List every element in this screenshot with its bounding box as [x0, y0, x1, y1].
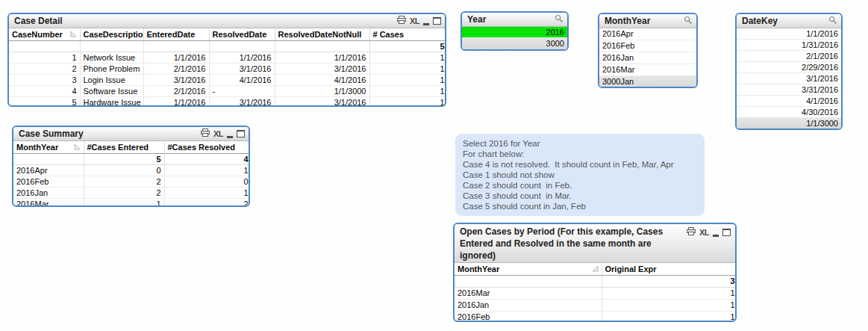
total-cases: 5 — [369, 41, 446, 52]
case-summary-title: Case Summary — [19, 129, 84, 139]
column-header-casedescription[interactable]: CaseDescription — [80, 28, 143, 41]
open-cases-caption[interactable]: Open Cases by Period (For this example, … — [455, 224, 735, 263]
sort-icon — [74, 143, 81, 152]
qlikview-sheet: Case Detail XL CaseNumber CaseDescriptio… — [0, 0, 868, 331]
totals-row: 5 4 — [13, 154, 250, 165]
maximize-icon[interactable] — [722, 229, 731, 236]
total-open-cases: 3 — [602, 276, 737, 288]
note-line: Case 5 should count in Jan, Feb — [463, 201, 697, 211]
list-item-excluded[interactable]: 3000 — [462, 38, 567, 49]
search-icon[interactable] — [684, 16, 693, 27]
column-header-resolveddate[interactable]: ResolvedDate — [209, 28, 275, 41]
case-detail-table: CaseNumber CaseDescription EnteredDate R… — [9, 28, 446, 107]
list-item[interactable]: 4/1/2016 — [737, 96, 841, 107]
table-row: 2016Apr 0 1 — [13, 165, 250, 176]
list-item[interactable]: 3/1/2016 — [737, 73, 841, 84]
totals-row: 5 — [9, 41, 446, 52]
open-cases-title: Open Cases by Period (For this example, … — [460, 226, 675, 262]
case-summary-table: MonthYear #Cases Entered #Cases Resolved… — [13, 141, 250, 207]
table-row: 2016Mar 1 — [455, 288, 737, 300]
list-item[interactable]: 1/31/2016 — [737, 40, 841, 51]
maximize-icon[interactable] — [433, 17, 441, 25]
sort-icon — [70, 30, 77, 39]
year-listbox: Year 2016 3000 — [460, 11, 569, 51]
table-row: 5 Hardware Issue 1/1/2016 3/1/2016 3/1/2… — [9, 97, 446, 108]
datekey-title: DateKey — [742, 16, 778, 26]
case-detail-caption[interactable]: Case Detail XL — [9, 14, 445, 28]
open-cases-window: Open Cases by Period (For this example, … — [453, 223, 737, 322]
case-summary-window: Case Summary XL MonthYear #Cases Entered… — [12, 126, 250, 207]
table-row: 3 Login Issue 3/1/2016 4/1/2016 4/1/2016… — [9, 75, 446, 86]
monthyear-listbox: MonthYear 2016Apr 2016Feb 2016Jan 2016Ma… — [598, 13, 698, 88]
minimize-icon[interactable] — [423, 23, 429, 25]
column-header-cases-resolved[interactable]: #Cases Resolved — [164, 141, 250, 154]
datekey-listbox: DateKey 1/1/2016 1/31/2016 2/1/2016 2/29… — [735, 13, 843, 130]
column-header-resolveddatenotnull[interactable]: ResolvedDateNotNull — [275, 28, 369, 41]
minimize-icon[interactable] — [227, 136, 233, 138]
list-item[interactable]: 2/1/2016 — [737, 51, 841, 62]
column-header-cases[interactable]: # Cases — [369, 28, 446, 41]
print-icon[interactable] — [397, 16, 406, 26]
monthyear-caption[interactable]: MonthYear — [599, 14, 696, 28]
table-row: 2016Jan 1 — [455, 300, 737, 312]
maximize-icon[interactable] — [237, 130, 245, 137]
case-detail-title: Case Detail — [14, 16, 63, 26]
table-row: 2 Phone Problem 2/1/2016 3/1/2016 3/1/20… — [9, 64, 446, 75]
search-icon[interactable] — [555, 14, 563, 25]
table-row: 2016Mar 1 2 — [13, 199, 250, 208]
list-item[interactable]: 1/1/2016 — [737, 28, 841, 40]
sort-icon — [592, 265, 599, 273]
print-icon[interactable] — [201, 129, 210, 139]
monthyear-title: MonthYear — [605, 16, 650, 26]
case-detail-window: Case Detail XL CaseNumber CaseDescriptio… — [7, 13, 446, 107]
minimize-icon[interactable] — [713, 235, 719, 237]
column-header-entereddate[interactable]: EnteredDate — [143, 28, 209, 41]
excel-export-icon[interactable]: XL — [213, 130, 223, 137]
table-row: 2016Jan 2 1 — [13, 188, 250, 199]
table-row: 2016Feb 2 0 — [13, 176, 250, 188]
column-header-monthyear[interactable]: MonthYear — [13, 141, 84, 154]
column-header-casenumber[interactable]: CaseNumber — [9, 28, 80, 41]
datekey-caption[interactable]: DateKey — [737, 14, 841, 28]
totals-row: 3 — [455, 276, 737, 288]
table-row: 2016Feb 1 — [455, 312, 737, 323]
note-line: For chart below: — [463, 149, 697, 159]
list-item[interactable]: 2016Jan — [599, 52, 696, 64]
open-cases-table: MonthYear Original Expr 3 2016Mar 1 2016… — [455, 263, 737, 322]
instructions-note: Select 2016 for Year For chart below: Ca… — [455, 134, 705, 216]
column-header-cases-entered[interactable]: #Cases Entered — [84, 141, 164, 154]
note-line: Case 4 is not resolved. It should count … — [463, 159, 697, 170]
total-entered: 5 — [84, 154, 164, 165]
list-item[interactable]: 2016Mar — [599, 64, 696, 76]
column-header-monthyear[interactable]: MonthYear — [455, 263, 602, 276]
total-resolved: 4 — [164, 154, 250, 165]
print-icon[interactable] — [687, 227, 696, 238]
year-caption[interactable]: Year — [462, 13, 567, 27]
table-row: 4 Software Issue 2/1/2016 - 1/1/3000 1 — [9, 86, 446, 97]
list-item[interactable]: 3/31/2016 — [737, 84, 841, 96]
search-icon[interactable] — [828, 16, 837, 27]
excel-export-icon[interactable]: XL — [699, 229, 709, 236]
list-item[interactable]: 2016Apr — [599, 28, 696, 40]
year-title: Year — [467, 14, 486, 25]
excel-export-icon[interactable]: XL — [410, 17, 419, 25]
note-line: Case 1 should not show — [463, 170, 697, 180]
list-item[interactable]: 4/30/2016 — [737, 107, 841, 118]
list-item-excluded[interactable]: 1/1/3000 — [737, 118, 841, 129]
note-line: Case 3 should count in Mar. — [463, 191, 697, 201]
table-row: 1 Network Issue 1/1/2016 1/1/2016 1/1/20… — [9, 52, 446, 64]
list-item[interactable]: 2/29/2016 — [737, 62, 841, 73]
column-header-original-expr[interactable]: Original Expr — [602, 263, 737, 276]
list-item-excluded[interactable]: 3000Jan — [599, 76, 696, 88]
case-summary-caption[interactable]: Case Summary XL — [13, 127, 249, 141]
list-item[interactable]: 2016Feb — [599, 40, 696, 52]
note-line: Case 2 should count in Feb. — [463, 180, 697, 191]
note-line: Select 2016 for Year — [463, 138, 697, 149]
list-item-selected[interactable]: 2016 — [462, 27, 567, 38]
